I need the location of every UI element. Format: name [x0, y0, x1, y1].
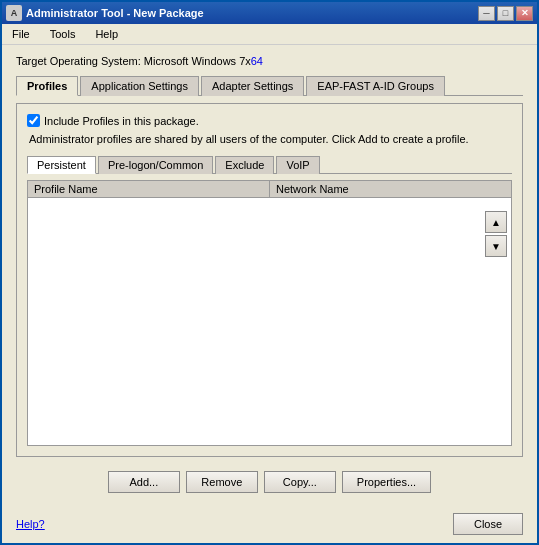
col-network-name: Network Name: [270, 181, 511, 197]
include-profiles-row: Include Profiles in this package.: [27, 114, 512, 127]
profiles-tab-panel: Include Profiles in this package. Admini…: [16, 103, 523, 457]
target-os-label: Target Operating System: Microsoft Windo…: [16, 55, 251, 67]
maximize-button[interactable]: □: [497, 6, 514, 21]
inner-tab-exclude[interactable]: Exclude: [215, 156, 274, 174]
tab-application-settings[interactable]: Application Settings: [80, 76, 199, 96]
copy-button[interactable]: Copy...: [264, 471, 336, 493]
window-title: Administrator Tool - New Package: [26, 7, 474, 19]
menu-help[interactable]: Help: [89, 26, 124, 42]
inner-tab-prelogon[interactable]: Pre-logon/Common: [98, 156, 213, 174]
main-content: Target Operating System: Microsoft Windo…: [2, 45, 537, 507]
menu-file[interactable]: File: [6, 26, 36, 42]
footer: Help? Close: [2, 507, 537, 543]
include-profiles-checkbox[interactable]: [27, 114, 40, 127]
scroll-buttons: ▲ ▼: [485, 211, 507, 257]
remove-button[interactable]: Remove: [186, 471, 258, 493]
inner-tab-voip[interactable]: VoIP: [276, 156, 319, 174]
title-bar-buttons: ─ □ ✕: [478, 6, 533, 21]
tab-eap-fast[interactable]: EAP-FAST A-ID Groups: [306, 76, 445, 96]
menu-tools[interactable]: Tools: [44, 26, 82, 42]
include-profiles-label: Include Profiles in this package.: [44, 115, 199, 127]
add-button[interactable]: Add...: [108, 471, 180, 493]
main-window: A Administrator Tool - New Package ─ □ ✕…: [0, 0, 539, 545]
profiles-table-panel: Profile Name Network Name ▲ ▼: [27, 180, 512, 446]
target-os-line: Target Operating System: Microsoft Windo…: [16, 55, 523, 67]
scroll-down-button[interactable]: ▼: [485, 235, 507, 257]
scroll-up-button[interactable]: ▲: [485, 211, 507, 233]
menu-bar: File Tools Help: [2, 24, 537, 45]
inner-tab-bar: Persistent Pre-logon/Common Exclude VoIP: [27, 155, 512, 174]
table-header: Profile Name Network Name: [28, 181, 511, 198]
title-bar: A Administrator Tool - New Package ─ □ ✕: [2, 2, 537, 24]
inner-tab-persistent[interactable]: Persistent: [27, 156, 96, 174]
table-body: [28, 198, 511, 445]
action-buttons: Add... Remove Copy... Properties...: [16, 465, 523, 497]
help-link[interactable]: Help?: [16, 518, 45, 530]
main-tab-bar: Profiles Application Settings Adapter Se…: [16, 75, 523, 96]
tab-profiles[interactable]: Profiles: [16, 76, 78, 96]
tab-adapter-settings[interactable]: Adapter Settings: [201, 76, 304, 96]
minimize-button[interactable]: ─: [478, 6, 495, 21]
profiles-info-text: Administrator profiles are shared by all…: [27, 133, 512, 145]
window-icon: A: [6, 5, 22, 21]
close-button[interactable]: Close: [453, 513, 523, 535]
properties-button[interactable]: Properties...: [342, 471, 431, 493]
target-os-link[interactable]: 64: [251, 55, 263, 67]
close-window-button[interactable]: ✕: [516, 6, 533, 21]
col-profile-name: Profile Name: [28, 181, 270, 197]
